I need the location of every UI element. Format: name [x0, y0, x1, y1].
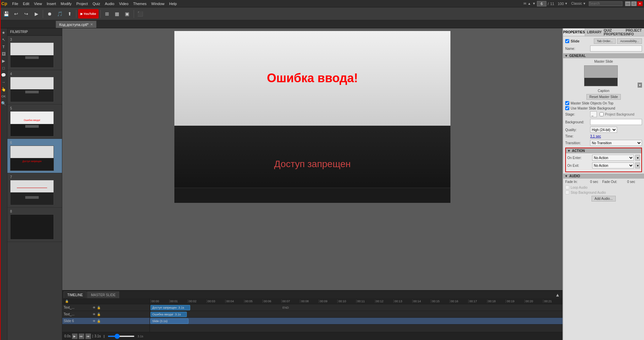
track-block-dostup[interactable]: Доступ запрещен :3.1s — [150, 305, 190, 310]
grid-button[interactable]: ⊞ — [102, 9, 112, 19]
name-input[interactable] — [590, 45, 642, 52]
menu-themes[interactable]: Themes — [131, 1, 149, 6]
track-lock-icon-1[interactable]: 🔓 — [97, 306, 101, 310]
filmstrip-slide-7[interactable]: 7 — [7, 173, 62, 208]
timeline-right[interactable]: 00:00 00:01 00:02 00:03 00:04 00:05 00:0… — [150, 298, 563, 332]
layout-button[interactable]: ▣ — [123, 9, 132, 19]
sidebar-zoom-icon[interactable]: 🔍 — [1, 100, 7, 106]
tl-units: ‖ — [103, 335, 105, 338]
timeline-collapse-button[interactable]: ▲ — [554, 291, 561, 298]
preview-button[interactable]: ▶ — [32, 9, 41, 19]
project-bg-checkbox[interactable] — [600, 112, 604, 116]
filmstrip-slide-4[interactable]: 4 — [7, 70, 62, 104]
menu-project[interactable]: Project — [74, 1, 90, 6]
timeline-tabs: TIMELINE MASTER SLIDE ▲ — [62, 291, 563, 298]
master-slide-preview[interactable] — [584, 65, 618, 86]
master-background-checkbox[interactable] — [565, 106, 569, 110]
menu-edit[interactable]: Edit — [21, 1, 32, 6]
sidebar-image-icon[interactable]: 🖼 — [1, 51, 7, 57]
table-button[interactable]: ▦ — [112, 9, 122, 19]
document-tab[interactable]: Код доступа.cptl* ✕ — [56, 21, 97, 28]
tab-master-slide[interactable]: MASTER SLIDE — [87, 291, 119, 298]
menu-video[interactable]: Video — [117, 1, 131, 6]
menu-modify[interactable]: Modify — [58, 1, 74, 6]
track-eye-icon-1[interactable]: 👁 — [92, 306, 96, 310]
sidebar-media-icon[interactable]: ▶ — [1, 58, 7, 64]
loop-audio-checkbox[interactable] — [565, 185, 569, 189]
quality-select[interactable]: High (24-bit) — [590, 127, 617, 133]
filmstrip-slide-3[interactable]: 3 — [7, 36, 62, 70]
rp-tab-quiz[interactable]: QUIZ PROPERTIES — [604, 28, 626, 36]
filmstrip-body[interactable]: 3 4 5 Ошибка ввода! — [7, 36, 62, 340]
slide-checkbox[interactable] — [565, 39, 569, 43]
fullscreen-button[interactable]: ⬛ — [136, 9, 145, 19]
accessibility-button[interactable]: Accessibility... — [617, 38, 642, 44]
slide-number-input[interactable] — [537, 1, 546, 6]
redo-button[interactable]: ↪ — [22, 9, 31, 19]
rp-tab-project[interactable]: PROJECT INFO — [626, 28, 644, 36]
track-lock-icon-3[interactable]: 🔓 — [97, 319, 101, 323]
filmstrip-slide-8[interactable]: 8 — [7, 208, 62, 242]
rp-tab-library[interactable]: LIBRARY — [585, 28, 604, 36]
maximize-button[interactable]: □ — [631, 1, 637, 6]
time-value[interactable]: 3,1 sec — [590, 134, 601, 138]
rp-tab-properties[interactable]: PROPERTIES — [563, 28, 585, 36]
tab-close-icon[interactable]: ✕ — [90, 23, 93, 26]
sidebar-ok-icon[interactable]: OK — [1, 93, 7, 99]
transition-select[interactable]: No Transition — [590, 140, 642, 146]
background-color-input[interactable] — [590, 119, 642, 125]
master-objects-checkbox[interactable] — [565, 101, 569, 105]
search-input[interactable] — [589, 1, 622, 6]
canvas-scroll[interactable]: Ошибка ввода! Доступ запрещен — [62, 28, 563, 290]
sidebar-star-icon[interactable]: ★ — [1, 30, 7, 36]
sidebar-arrow-icon[interactable]: → — [1, 79, 7, 85]
track-block-slide[interactable]: Slide (3.1s) — [150, 318, 189, 324]
track-block-oshibka[interactable]: Ошибка ввода! :3.1s — [150, 312, 187, 317]
stage-input[interactable] — [590, 111, 597, 117]
filmstrip-slide-6[interactable]: 6 Доступ запрещен — [7, 139, 62, 173]
sidebar-caption-icon[interactable]: 💬 — [1, 72, 7, 78]
tab-timeline[interactable]: TIMELINE — [64, 291, 87, 298]
master-dropdown-button[interactable]: ▾ — [638, 83, 642, 88]
tl-zoom-slider[interactable] — [108, 336, 135, 337]
on-exit-select[interactable]: No Action — [592, 162, 634, 168]
tl-play-button[interactable]: ▶ — [72, 334, 77, 339]
menu-quiz[interactable]: Quiz — [90, 1, 103, 6]
track-lock-icon-2[interactable]: 🔓 — [97, 312, 101, 316]
menu-audio[interactable]: Audio — [103, 1, 117, 6]
menu-insert[interactable]: Insert — [44, 1, 59, 6]
record-button[interactable]: ⏺ — [45, 9, 54, 19]
upload-button[interactable]: ⬆ — [65, 9, 74, 19]
menu-help[interactable]: Help — [167, 1, 179, 6]
sidebar-hand-icon[interactable]: 👆 — [1, 86, 7, 92]
youtube-button[interactable]: ▶ YouTube — [78, 9, 99, 19]
close-button[interactable]: ✕ — [637, 1, 643, 6]
minimize-button[interactable]: — — [625, 1, 631, 6]
undo-button[interactable]: ↩ — [11, 9, 21, 19]
track-eye-icon-3[interactable]: 👁 — [92, 319, 96, 323]
filmstrip-slide-5[interactable]: 5 Ошибка ввода! — [7, 104, 62, 139]
menu-window[interactable]: Window — [149, 1, 167, 6]
tl-step-back-button[interactable]: ⏮ — [86, 334, 91, 339]
ruler-tick-20: 00:20 — [524, 300, 543, 303]
menu-file[interactable]: File — [10, 1, 21, 6]
save-button[interactable]: 💾 — [1, 9, 11, 19]
audio-button[interactable]: 🎵 — [55, 9, 64, 19]
sidebar-text-icon[interactable]: T — [1, 44, 7, 50]
add-audio-button[interactable]: Add Audio... — [591, 196, 616, 202]
tl-time-end: 3.1s — [95, 334, 101, 338]
sidebar-cursor-icon[interactable]: ↖ — [1, 37, 7, 43]
tl-step-fwd-button[interactable]: ⏭ — [79, 334, 84, 339]
track-eye-icon-2[interactable]: 👁 — [92, 312, 96, 316]
on-enter-select[interactable]: No Action — [592, 155, 634, 161]
action-section-header[interactable]: ▼ ACTION — [566, 148, 641, 153]
tab-order-button[interactable]: Tab Order... — [594, 38, 616, 44]
on-exit-dropdown-btn[interactable]: ▾ — [635, 162, 640, 168]
general-section-header[interactable]: ▼ GENERAL — [563, 53, 644, 58]
sidebar-shape-icon[interactable]: □ — [1, 65, 7, 71]
reset-master-slide-button[interactable]: Reset Master Slide — [586, 94, 621, 100]
stop-bg-audio-checkbox[interactable] — [565, 190, 569, 194]
menu-view[interactable]: View — [32, 1, 44, 6]
on-enter-dropdown-btn[interactable]: ▾ — [635, 155, 640, 161]
audio-section-header[interactable]: ▼ AUDIO — [563, 174, 644, 179]
